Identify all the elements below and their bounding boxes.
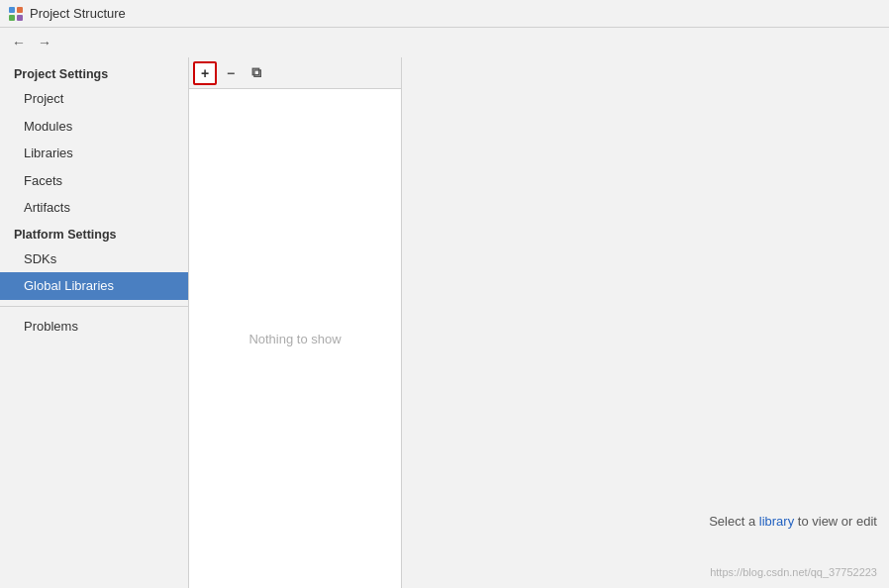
- detail-panel: Select a library to view or edit https:/…: [402, 57, 889, 588]
- sidebar-item-facets[interactable]: Facets: [0, 167, 188, 195]
- list-toolbar: + − ⧉: [189, 57, 401, 89]
- right-panel: + − ⧉ Nothing to show Select a library t…: [189, 57, 889, 588]
- sidebar-item-problems[interactable]: Problems: [0, 313, 188, 341]
- sidebar-item-sdks[interactable]: SDKs: [0, 245, 188, 273]
- copy-button[interactable]: ⧉: [245, 61, 268, 85]
- title-bar: Project Structure: [0, 0, 889, 28]
- platform-settings-header: Platform Settings: [0, 222, 188, 245]
- add-button[interactable]: +: [193, 61, 217, 85]
- hint-prefix: Select a: [709, 514, 759, 529]
- sidebar-divider: [0, 306, 188, 307]
- content-area: Project Settings Project Modules Librari…: [0, 57, 889, 588]
- back-button[interactable]: ←: [8, 32, 30, 53]
- sidebar-item-project[interactable]: Project: [0, 85, 188, 113]
- project-settings-header: Project Settings: [0, 61, 188, 85]
- sidebar-item-global-libraries[interactable]: Global Libraries: [0, 272, 188, 300]
- window-title: Project Structure: [30, 6, 126, 21]
- sidebar-item-libraries[interactable]: Libraries: [0, 140, 188, 167]
- sidebar: Project Settings Project Modules Librari…: [0, 57, 189, 588]
- nav-row: ← →: [0, 28, 889, 57]
- select-hint: Select a library to view or edit: [709, 514, 877, 529]
- hint-link: library: [759, 514, 794, 529]
- sidebar-item-modules[interactable]: Modules: [0, 113, 188, 141]
- svg-rect-2: [9, 15, 15, 21]
- list-empty-text: Nothing to show: [189, 89, 401, 588]
- sidebar-item-artifacts[interactable]: Artifacts: [0, 194, 188, 222]
- list-panel: + − ⧉ Nothing to show: [189, 57, 402, 588]
- main-layout: ← → Project Settings Project Modules Lib…: [0, 28, 889, 588]
- watermark-text: https://blog.csdn.net/qq_37752223: [710, 566, 877, 578]
- svg-rect-0: [9, 7, 15, 13]
- hint-suffix: to view or edit: [794, 514, 877, 529]
- forward-button[interactable]: →: [34, 32, 55, 53]
- app-icon: [8, 6, 24, 22]
- svg-rect-3: [17, 15, 23, 21]
- remove-button[interactable]: −: [219, 61, 243, 85]
- svg-rect-1: [17, 7, 23, 13]
